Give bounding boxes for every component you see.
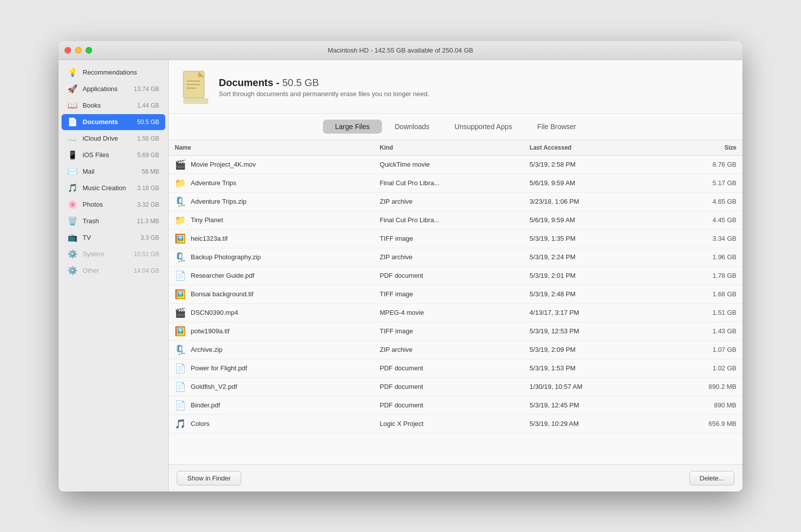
tab-downloads[interactable]: Downloads [383, 120, 442, 134]
file-icon: 🖼️ [175, 233, 186, 244]
file-name: Colors [191, 420, 210, 427]
show-in-finder-button[interactable]: Show in Finder [177, 471, 241, 485]
tab-large-files[interactable]: Large Files [323, 120, 381, 134]
table-row[interactable]: 🗜️Backup Photography.zipZIP archive5/3/1… [169, 248, 742, 266]
sidebar-label-other: Other [83, 267, 129, 274]
sidebar-item-trash[interactable]: 🗑️Trash11.3 MB [62, 213, 165, 229]
delete-button[interactable]: Delete... [689, 471, 734, 485]
sidebar-label-system: System [83, 250, 129, 258]
table-row[interactable]: 🎵ColorsLogic X Project5/3/19, 10:29 AM65… [169, 414, 742, 433]
file-kind: Final Cut Pro Libra... [374, 211, 524, 229]
column-header-last-accessed[interactable]: Last Accessed [524, 140, 659, 156]
svg-rect-2 [183, 98, 208, 104]
sidebar-item-icloud[interactable]: ☁️iCloud Drive1.56 GB [62, 131, 165, 147]
table-row[interactable]: 🗜️Archive.zipZIP archive5/3/19, 2:09 PM1… [169, 340, 742, 359]
sidebar-item-documents[interactable]: 📄Documents50.5 GB [62, 114, 165, 130]
file-icon: 🎵 [175, 418, 186, 429]
file-accessed: 5/3/19, 1:35 PM [524, 229, 659, 248]
titlebar: Macintosh HD - 142.55 GB available of 25… [59, 41, 742, 60]
file-size: 1.07 GB [659, 340, 742, 359]
table-row[interactable]: 🖼️potw1909a.tifTIFF image5/3/19, 12:53 P… [169, 322, 742, 340]
file-accessed: 1/30/19, 10:57 AM [524, 377, 659, 396]
file-kind: TIFF image [374, 229, 524, 248]
column-header-size[interactable]: Size [659, 140, 742, 156]
music-icon: 🎵 [68, 183, 78, 193]
tv-icon: 📺 [68, 233, 78, 243]
file-size: 8.76 GB [659, 155, 742, 174]
minimize-button[interactable] [75, 47, 82, 54]
sidebar-label-books: Books [83, 102, 132, 109]
table-row[interactable]: 📁Adventure TripsFinal Cut Pro Libra...5/… [169, 174, 742, 192]
file-accessed: 4/13/17, 3:17 PM [524, 303, 659, 322]
file-accessed: 5/3/19, 2:24 PM [524, 248, 659, 266]
sidebar-item-music[interactable]: 🎵Music Creation3.18 GB [62, 180, 165, 196]
file-icon: 📁 [175, 178, 186, 189]
file-accessed: 5/3/19, 10:29 AM [524, 414, 659, 433]
sidebar-label-photos: Photos [83, 201, 132, 208]
photos-icon: 🌸 [68, 200, 78, 210]
sidebar-size-mail: 58 MB [142, 168, 159, 175]
app-window: Macintosh HD - 142.55 GB available of 25… [59, 41, 742, 491]
file-name: Movie Project_4K.mov [191, 161, 256, 168]
tab-file-browser[interactable]: File Browser [525, 120, 588, 134]
file-kind: PDF document [374, 266, 524, 285]
files-table-area[interactable]: NameKindLast AccessedSize 🎬Movie Project… [169, 140, 742, 464]
tab-unsupported-apps[interactable]: Unsupported Apps [443, 120, 524, 134]
file-name: Goldfish_V2.pdf [191, 383, 237, 390]
file-size: 1.78 GB [659, 266, 742, 285]
maximize-button[interactable] [86, 47, 92, 54]
file-kind: PDF document [374, 396, 524, 414]
file-name: Tiny Planet [191, 216, 223, 224]
table-row[interactable]: 📄Power for Flight.pdfPDF document5/3/19,… [169, 359, 742, 377]
file-size: 890 MB [659, 396, 742, 414]
close-button[interactable] [65, 47, 71, 54]
file-size: 1.02 GB [659, 359, 742, 377]
file-kind: PDF document [374, 377, 524, 396]
file-name: DSCN0390.mp4 [191, 309, 238, 316]
applications-icon: 🚀 [68, 84, 78, 94]
sidebar-item-ios[interactable]: 📱iOS Files5.69 GB [62, 147, 165, 163]
table-row[interactable]: 📄Goldfish_V2.pdfPDF document1/30/19, 10:… [169, 377, 742, 396]
file-size: 3.34 GB [659, 229, 742, 248]
file-size: 5.17 GB [659, 174, 742, 192]
sidebar-item-tv[interactable]: 📺TV3.3 GB [62, 230, 165, 246]
file-size: 890.2 MB [659, 377, 742, 396]
table-row[interactable]: 📁Tiny PlanetFinal Cut Pro Libra...5/6/19… [169, 211, 742, 229]
section-icon [181, 70, 211, 105]
file-accessed: 5/3/19, 2:48 PM [524, 285, 659, 303]
sidebar-item-books[interactable]: 📖Books1.44 GB [62, 98, 165, 114]
sidebar-item-applications[interactable]: 🚀Applications13.74 GB [62, 81, 165, 97]
sidebar-item-recommendations[interactable]: 💡Recommendations [62, 65, 165, 81]
file-kind: QuickTime movie [374, 155, 524, 174]
file-kind: ZIP archive [374, 248, 524, 266]
table-row[interactable]: 🗜️Adventure Trips.zipZIP archive3/23/18,… [169, 192, 742, 211]
table-row[interactable]: 🖼️Bonsai background.tifTIFF image5/3/19,… [169, 285, 742, 303]
sidebar-item-mail[interactable]: ✉️Mail58 MB [62, 164, 165, 180]
documents-icon: 📄 [68, 117, 78, 127]
file-size: 656.9 MB [659, 414, 742, 433]
section-header: Documents - 50.5 GB Sort through documen… [169, 60, 742, 114]
sidebar-item-system: ⚙️System10.51 GB [62, 246, 165, 262]
sidebar-size-music: 3.18 GB [137, 185, 159, 192]
sidebar-label-trash: Trash [83, 217, 132, 225]
file-icon: 🖼️ [175, 326, 186, 337]
sidebar-label-ios: iOS Files [83, 151, 132, 159]
table-row[interactable]: 🎬Movie Project_4K.movQuickTime movie5/3/… [169, 155, 742, 174]
sidebar-item-photos[interactable]: 🌸Photos3.32 GB [62, 197, 165, 213]
section-subtitle: Sort through documents and permanently e… [219, 90, 430, 98]
column-header-kind[interactable]: Kind [374, 140, 524, 156]
sidebar-size-other: 14.04 GB [134, 267, 159, 274]
table-row[interactable]: 📄Binder.pdfPDF document5/3/19, 12:45 PM8… [169, 396, 742, 414]
column-header-name[interactable]: Name [169, 140, 374, 156]
file-accessed: 5/3/19, 1:53 PM [524, 359, 659, 377]
sidebar-label-recommendations: Recommendations [83, 69, 159, 76]
file-icon: 🖼️ [175, 289, 186, 300]
table-row[interactable]: 🖼️heic1323a.tifTIFF image5/3/19, 1:35 PM… [169, 229, 742, 248]
table-row[interactable]: 📄Researcher Guide.pdfPDF document5/3/19,… [169, 266, 742, 285]
table-row[interactable]: 🎬DSCN0390.mp4MPEG-4 movie4/13/17, 3:17 P… [169, 303, 742, 322]
books-icon: 📖 [68, 101, 78, 111]
sidebar: 💡Recommendations🚀Applications13.74 GB📖Bo… [59, 60, 169, 491]
file-kind: ZIP archive [374, 192, 524, 211]
files-table: NameKindLast AccessedSize 🎬Movie Project… [169, 140, 742, 433]
file-size: 1.68 GB [659, 285, 742, 303]
